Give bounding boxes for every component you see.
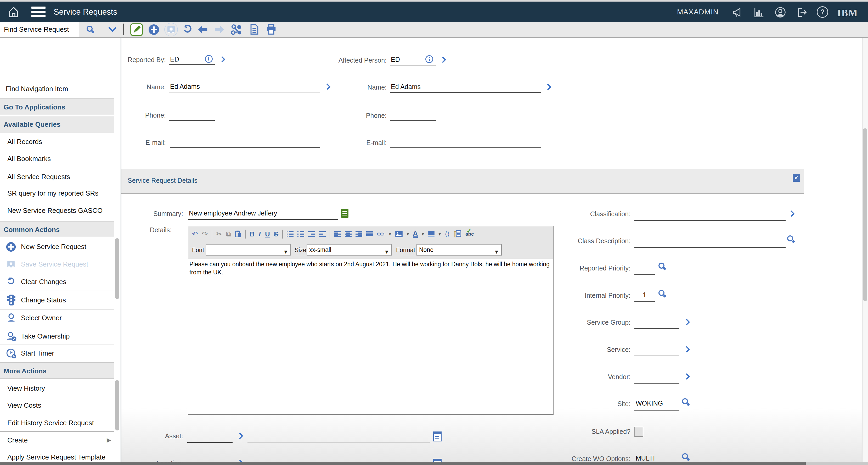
affected-person-underline[interactable] bbox=[390, 65, 436, 65]
reported-phone-underline[interactable] bbox=[169, 120, 215, 121]
site-underline[interactable] bbox=[634, 410, 679, 410]
previous-record-icon[interactable] bbox=[197, 24, 209, 36]
sidebar-header-go-to-applications[interactable]: Go To Applications bbox=[0, 98, 114, 115]
info-icon[interactable] bbox=[425, 55, 433, 63]
class-description-underline[interactable] bbox=[634, 247, 785, 248]
affected-name-underline[interactable] bbox=[390, 92, 541, 93]
reported-name-value[interactable]: Ed Adams bbox=[170, 83, 200, 90]
chevron-right-icon[interactable] bbox=[545, 84, 551, 90]
sidebar-item-sr-query-reported[interactable]: SR query for my reported SRs bbox=[0, 189, 122, 197]
reported-name-underline[interactable] bbox=[169, 92, 320, 92]
chevron-down-icon[interactable] bbox=[108, 24, 117, 32]
sidebar-action-edit-history-sr[interactable]: Edit History Service Request bbox=[0, 419, 122, 427]
service-underline[interactable] bbox=[634, 355, 679, 356]
reported-email-underline[interactable] bbox=[170, 147, 320, 148]
affected-phone-underline[interactable] bbox=[390, 120, 436, 121]
vertical-scrollbar-thumb[interactable] bbox=[863, 128, 867, 301]
home-icon[interactable] bbox=[7, 5, 20, 19]
collapse-section-icon[interactable] bbox=[793, 174, 800, 182]
dropdown-caret[interactable]: ▾ bbox=[439, 231, 441, 237]
details-rich-text-editor[interactable]: ↶ ↷ ✂ ⧉ B I U S ▾ ▾ A ▾ bbox=[188, 226, 554, 415]
edit-mode-icon[interactable] bbox=[130, 23, 143, 36]
logout-icon[interactable] bbox=[796, 6, 808, 18]
internal-priority-underline[interactable] bbox=[634, 301, 655, 302]
format-select[interactable]: None▼ bbox=[416, 244, 502, 256]
affected-name-value[interactable]: Ed Adams bbox=[391, 83, 421, 91]
sla-applied-checkbox[interactable] bbox=[634, 427, 643, 437]
sidebar-scrollbar-thumb-more[interactable] bbox=[115, 380, 119, 431]
profile-icon[interactable] bbox=[774, 6, 786, 18]
italic-icon[interactable]: I bbox=[258, 230, 261, 238]
sidebar-scrollbar-thumb-common[interactable] bbox=[115, 238, 119, 299]
dropdown-caret[interactable]: ▾ bbox=[422, 231, 424, 237]
internal-priority-value[interactable]: 1 bbox=[634, 291, 655, 299]
align-center-icon[interactable] bbox=[345, 231, 351, 237]
editor-text-area[interactable]: Please can you onboard the new employee … bbox=[188, 259, 553, 414]
font-select[interactable]: ▼ bbox=[206, 244, 291, 256]
ordered-list-icon[interactable] bbox=[287, 231, 293, 237]
asset-underline[interactable] bbox=[187, 442, 232, 443]
dropdown-caret[interactable]: ▾ bbox=[407, 231, 409, 237]
sidebar-action-take-ownership[interactable]: Take Ownership bbox=[0, 332, 135, 340]
reported-by-underline[interactable] bbox=[169, 64, 215, 65]
summary-value[interactable]: New employee Andrew Jeffery bbox=[189, 209, 277, 217]
image-icon[interactable] bbox=[395, 231, 403, 237]
summary-long-description-icon[interactable] bbox=[341, 209, 348, 218]
cut-icon[interactable]: ✂ bbox=[216, 230, 222, 238]
sidebar-action-start-timer[interactable]: Start Timer bbox=[0, 349, 135, 357]
username[interactable]: MAXADMIN bbox=[677, 8, 719, 16]
magnifier-icon[interactable] bbox=[787, 235, 795, 243]
help-icon[interactable]: ? bbox=[817, 6, 828, 18]
sidebar-item-all-service-requests[interactable]: All Service Requests bbox=[0, 173, 122, 181]
classification-underline[interactable] bbox=[634, 220, 785, 221]
redo-icon[interactable]: ↷ bbox=[202, 230, 208, 238]
source-code-icon[interactable]: ⟨⟩ bbox=[445, 230, 450, 238]
font-color-icon[interactable]: A bbox=[413, 230, 418, 238]
site-value[interactable]: WOKING bbox=[636, 400, 663, 407]
hamburger-menu-icon[interactable] bbox=[31, 6, 45, 17]
bullet-list-icon[interactable] bbox=[298, 231, 304, 237]
spellcheck-icon[interactable]: abc✓ bbox=[465, 231, 474, 237]
underline-icon[interactable]: U bbox=[265, 230, 270, 238]
search-icon[interactable] bbox=[86, 25, 94, 33]
bulletin-megaphone-icon[interactable] bbox=[732, 6, 743, 18]
outdent-icon[interactable] bbox=[319, 231, 326, 237]
copy-icon[interactable]: ⧉ bbox=[226, 230, 231, 238]
dropdown-caret[interactable]: ▾ bbox=[389, 231, 391, 237]
undo-icon[interactable] bbox=[182, 24, 194, 36]
chevron-right-icon[interactable] bbox=[683, 346, 690, 352]
paste-from-word-icon[interactable] bbox=[454, 230, 462, 238]
vendor-underline[interactable] bbox=[634, 383, 679, 384]
service-request-details-section[interactable]: Service Request Details bbox=[121, 169, 804, 194]
align-right-icon[interactable] bbox=[355, 231, 362, 237]
paste-icon[interactable] bbox=[235, 230, 241, 238]
magnifier-icon[interactable] bbox=[658, 290, 666, 297]
create-wo-options-value[interactable]: MULTI bbox=[636, 455, 655, 462]
sidebar-header-available-queries[interactable]: Available Queries bbox=[0, 116, 114, 133]
asset-description-underline[interactable] bbox=[247, 442, 430, 443]
align-justify-icon[interactable] bbox=[366, 231, 373, 237]
magnifier-icon[interactable] bbox=[658, 262, 666, 270]
find-record-input[interactable]: Find Service Request bbox=[0, 22, 79, 37]
reports-chart-icon[interactable] bbox=[753, 6, 765, 18]
new-record-icon[interactable] bbox=[148, 24, 160, 35]
link-icon[interactable] bbox=[377, 231, 385, 237]
magnifier-icon[interactable] bbox=[682, 398, 690, 406]
chevron-right-icon[interactable] bbox=[683, 319, 690, 325]
save-record-icon-disabled[interactable] bbox=[164, 23, 178, 36]
sidebar-action-view-history[interactable]: View History bbox=[0, 384, 122, 393]
reports-icon[interactable] bbox=[248, 23, 260, 35]
reported-priority-underline[interactable] bbox=[634, 274, 655, 275]
chevron-right-icon[interactable] bbox=[439, 56, 446, 63]
affected-person-value[interactable]: ED bbox=[391, 56, 400, 63]
bold-icon[interactable]: B bbox=[250, 230, 254, 238]
sidebar-item-all-records[interactable]: All Records bbox=[0, 138, 122, 146]
workflow-routes-icon[interactable] bbox=[230, 24, 242, 36]
horizontal-scrollbar-thumb[interactable] bbox=[0, 462, 806, 465]
undo-icon[interactable]: ↶ bbox=[192, 230, 198, 238]
chevron-right-icon[interactable] bbox=[219, 56, 225, 63]
sidebar-action-select-owner[interactable]: Select Owner bbox=[0, 314, 135, 322]
sidebar-action-create[interactable]: Create bbox=[0, 436, 122, 444]
sidebar-header-more-actions[interactable]: More Actions bbox=[0, 362, 114, 379]
background-color-icon[interactable] bbox=[428, 231, 435, 237]
